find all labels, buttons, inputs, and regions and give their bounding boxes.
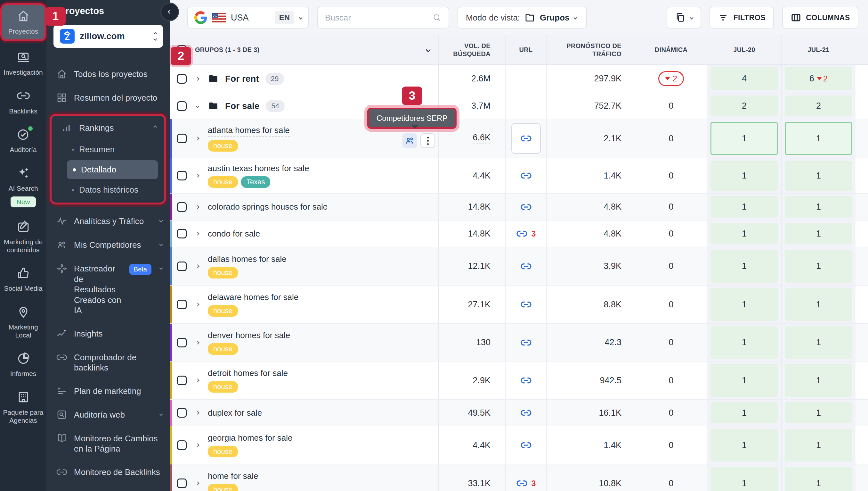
- row-checkbox[interactable]: [177, 171, 187, 180]
- keyword-row-condo-for-sale[interactable]: condo for sale14.8K34.8K011: [170, 221, 868, 247]
- sidebar-subitem-datos-hist-ricos[interactable]: Datos históricos: [52, 180, 164, 199]
- project-selector[interactable]: Z zillow.com: [54, 25, 163, 48]
- row-checkbox[interactable]: [177, 262, 187, 271]
- rail-item-paquete-para-agencias[interactable]: Paquete para Agencias: [2, 386, 44, 428]
- row-checkbox[interactable]: [177, 134, 187, 143]
- serp-competitors-button[interactable]: [402, 133, 417, 148]
- chevron-right-icon[interactable]: [196, 411, 199, 414]
- sidebar-item-resumen-del-proyecto[interactable]: Resumen del proyecto: [46, 86, 170, 110]
- row-checkbox[interactable]: [177, 74, 187, 84]
- chevron-right-icon[interactable]: [196, 302, 199, 306]
- columns-button[interactable]: COLUMNAS: [782, 7, 858, 29]
- keyword-link[interactable]: austin texas homes for sale: [208, 164, 309, 173]
- keyword-link[interactable]: colorado springs houses for sale: [208, 202, 328, 212]
- keyword-link[interactable]: denver homes for sale: [208, 330, 290, 340]
- chevron-right-icon[interactable]: [196, 481, 199, 485]
- rail-item-marketing-local[interactable]: Marketing Local: [2, 301, 44, 343]
- url-button[interactable]: [520, 375, 532, 386]
- sidebar-collapse-button[interactable]: [160, 3, 179, 21]
- sidebar-item-mis-competidores[interactable]: Mis Competidores: [46, 233, 170, 257]
- rail-item-marketing-de-contenidos[interactable]: Marketing de contenidos: [2, 216, 44, 258]
- keyword-row-detroit-homes-for-sale[interactable]: detroit homes for salehouse2.9K942.5011: [170, 362, 868, 400]
- sidebar-subitem-detallado[interactable]: Detallado: [67, 160, 158, 179]
- sidebar-item-auditor-a-web[interactable]: Auditoría web: [46, 403, 170, 427]
- url-button[interactable]: [520, 170, 532, 181]
- url-button[interactable]: [520, 407, 532, 418]
- url-button[interactable]: [520, 261, 532, 272]
- url-button[interactable]: [520, 439, 532, 451]
- chevron-right-icon[interactable]: [196, 443, 199, 447]
- search-engine-selector[interactable]: USA EN: [187, 7, 309, 29]
- row-checkbox[interactable]: [177, 338, 187, 347]
- chevron-right-icon[interactable]: [196, 264, 199, 268]
- url-button[interactable]: [520, 337, 532, 348]
- row-checkbox[interactable]: [177, 229, 187, 238]
- keyword-link[interactable]: duplex for sale: [208, 408, 262, 418]
- bullet-icon: [72, 189, 74, 191]
- chevron-right-icon[interactable]: [196, 232, 199, 235]
- row-checkbox[interactable]: [177, 408, 187, 417]
- row-checkbox[interactable]: [177, 300, 187, 309]
- row-checkbox[interactable]: [177, 202, 187, 212]
- row-checkbox[interactable]: [177, 440, 187, 450]
- chevron-down-icon[interactable]: [196, 104, 199, 108]
- rail-item-social-media[interactable]: Social Media: [2, 262, 44, 297]
- copy-button[interactable]: [666, 7, 701, 29]
- keyword-row-austin-texas-homes-for-sale[interactable]: austin texas homes for salehouseTexas4.4…: [170, 158, 868, 194]
- search-input[interactable]: [325, 13, 432, 23]
- url-button[interactable]: [520, 133, 532, 144]
- keyword-link[interactable]: atlanta homes for sale: [208, 125, 290, 137]
- url-button[interactable]: [520, 299, 532, 310]
- keyword-link[interactable]: georgia homes for sale: [208, 433, 292, 443]
- chevron-right-icon[interactable]: [196, 341, 199, 344]
- keyword-row-colorado-springs-houses-for-sale[interactable]: colorado springs houses for sale14.8K4.8…: [170, 194, 868, 221]
- keyword-link[interactable]: home for sale: [208, 471, 258, 481]
- chevron-right-icon[interactable]: [196, 205, 199, 209]
- keyword-row-atlanta-homes-for-sale[interactable]: atlanta homes for salehouseCompetidores …: [170, 119, 868, 158]
- row-checkbox[interactable]: [177, 101, 187, 111]
- sidebar-item-comprobador-de-backlinks[interactable]: Comprobador de backlinks: [46, 346, 170, 379]
- keyword-row-delaware-homes-for-sale[interactable]: delaware homes for salehouse27.1K8.8K011: [170, 286, 868, 324]
- sidebar-item-monitoreo-de-cambios-en-la-p-gina[interactable]: Monitoreo de Cambios en la Página: [46, 427, 170, 461]
- rail-item-informes[interactable]: Informes: [2, 348, 44, 382]
- url-button[interactable]: [520, 201, 532, 213]
- keyword-link[interactable]: dallas homes for sale: [208, 254, 286, 264]
- keyword-row-home-for-sale[interactable]: home for salehouse33.1K310.8K011: [170, 464, 868, 491]
- keyword-link[interactable]: condo for sale: [208, 229, 260, 239]
- rail-item-ai-search[interactable]: AI SearchNew: [2, 162, 44, 211]
- sidebar-item-rastreador-de-resultados-creados-con-ia[interactable]: Rastreador de Resultados Creados con IAB…: [46, 257, 170, 322]
- chevron-right-icon[interactable]: [196, 77, 199, 81]
- sidebar-item-todos-los-proyectos[interactable]: Todos los proyectos: [46, 62, 170, 86]
- row-checkbox[interactable]: [177, 479, 187, 488]
- keyword-link[interactable]: detroit homes for sale: [208, 368, 288, 378]
- keyword-row-duplex-for-sale[interactable]: duplex for sale49.5K16.1K011: [170, 400, 868, 426]
- search-box[interactable]: [317, 7, 449, 29]
- rail-item-investigaci-n[interactable]: Investigación: [2, 47, 44, 81]
- rail-item-auditor-a[interactable]: Auditoría: [2, 124, 44, 158]
- rail-item-backlinks[interactable]: Backlinks: [2, 85, 44, 119]
- row-menu-button[interactable]: [421, 133, 435, 148]
- sidebar-item-monitoreo-de-backlinks[interactable]: Monitoreo de Backlinks: [46, 461, 170, 484]
- chevron-right-icon[interactable]: [196, 137, 199, 140]
- sidebar-item-plan-de-marketing[interactable]: Plan de marketing: [46, 379, 170, 403]
- chevron-right-icon[interactable]: [196, 174, 199, 177]
- sidebar-subitem-resumen[interactable]: Resumen: [52, 140, 164, 159]
- keyword-link[interactable]: delaware homes for sale: [208, 292, 299, 302]
- keyword-row-dallas-homes-for-sale[interactable]: dallas homes for salehouse12.1K3.9K011: [170, 247, 868, 286]
- row-checkbox[interactable]: [177, 376, 187, 385]
- url-button[interactable]: [516, 228, 528, 239]
- sidebar-item-anal-ticas-y-tr-fico[interactable]: Analíticas y Tráfico: [46, 210, 170, 233]
- url-button[interactable]: [516, 478, 528, 489]
- url-hover-box[interactable]: [511, 123, 541, 154]
- chevron-right-icon[interactable]: [196, 378, 199, 382]
- sidebar-item-rankings[interactable]: Rankings: [52, 116, 164, 140]
- filters-button[interactable]: FILTROS: [710, 7, 774, 29]
- keyword-row-georgia-homes-for-sale[interactable]: georgia homes for salehouse4.4K1.4K011: [170, 426, 868, 464]
- group-row-for-rent[interactable]: For rent292.6M297.9K2462: [170, 65, 868, 93]
- keyword-row-denver-homes-for-sale[interactable]: denver homes for salehouse13042.3011: [170, 324, 868, 362]
- chevron-down-icon[interactable]: [426, 48, 431, 53]
- sidebar-item-insights[interactable]: Insights: [46, 322, 170, 346]
- view-mode-selector[interactable]: Modo de vista: Grupos: [458, 7, 587, 29]
- rail-item-proyectos[interactable]: Proyectos: [2, 5, 44, 39]
- group-row-for-sale[interactable]: For sale543.7M752.7K022: [170, 93, 868, 119]
